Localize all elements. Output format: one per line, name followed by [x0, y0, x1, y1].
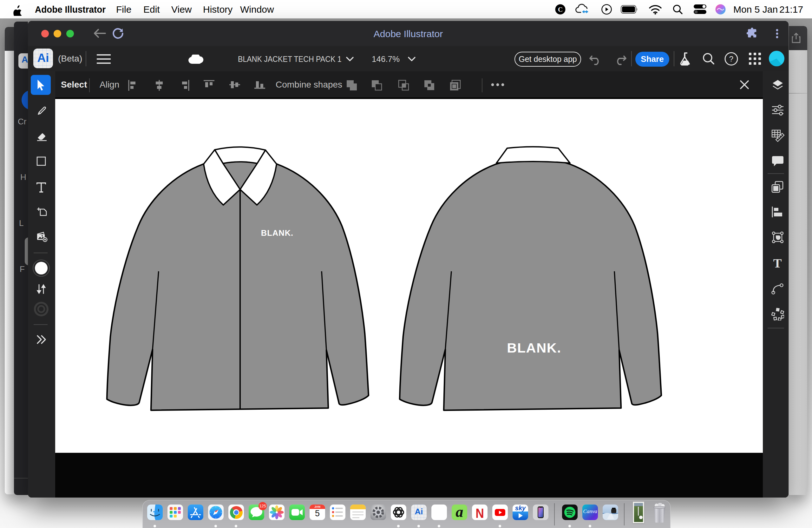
svg-text:?: ?: [729, 55, 733, 63]
svg-text:C: C: [558, 6, 563, 13]
svg-text:BLANK.: BLANK.: [507, 340, 561, 355]
svg-text:BLANK.: BLANK.: [261, 228, 293, 237]
svg-text:T: T: [773, 257, 782, 269]
